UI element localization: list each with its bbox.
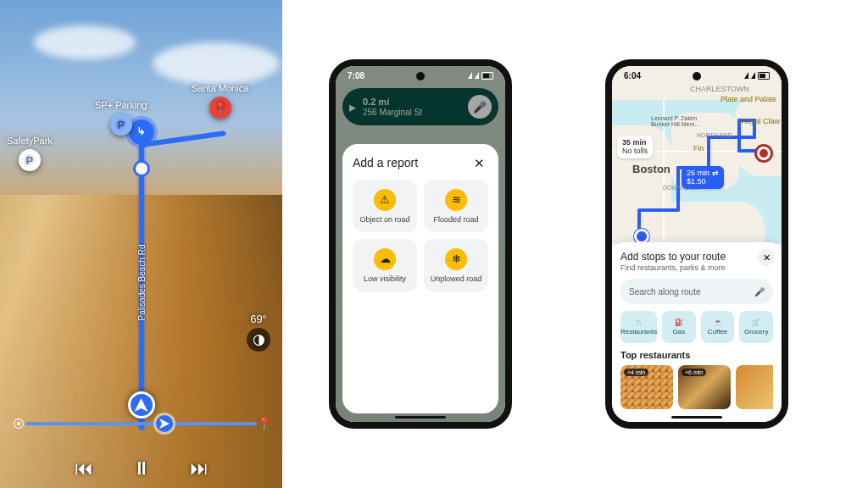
prev-button[interactable]: ⏮ bbox=[75, 458, 93, 480]
sheet-title: Add stops to your route bbox=[620, 251, 773, 263]
gas-icon: ⛽ bbox=[675, 319, 683, 326]
status-time: 6:04 bbox=[624, 71, 641, 80]
cloud bbox=[153, 42, 280, 85]
report-label: Low visibility bbox=[364, 274, 406, 283]
category-gas[interactable]: ⛽Gas bbox=[662, 311, 696, 343]
alt-route-time: 26 min bbox=[687, 169, 709, 177]
category-label: Coffee bbox=[708, 328, 727, 336]
phone-add-stops: 6:04 CHARLESTOWN Plate and Palate Leo bbox=[605, 59, 788, 429]
status-time: 7:08 bbox=[348, 71, 364, 80]
close-button[interactable]: ✕ bbox=[758, 249, 775, 266]
map-label-fin[interactable]: Fin bbox=[693, 144, 704, 152]
fog-icon: ☁ bbox=[374, 248, 396, 270]
restaurant-card[interactable]: +4 min bbox=[620, 365, 673, 409]
alt-route-chip[interactable]: 26 min ⇄ $1.50 bbox=[682, 166, 724, 189]
report-low-visibility[interactable]: ☁ Low visibility bbox=[353, 239, 417, 291]
home-indicator bbox=[671, 416, 722, 419]
timeline-bar[interactable] bbox=[25, 422, 257, 425]
report-flooded-road[interactable]: ≋ Flooded road bbox=[424, 180, 488, 232]
pin-label: SP+ Parking bbox=[95, 100, 147, 110]
restaurant-card[interactable] bbox=[736, 365, 773, 409]
map-label-charlestown: CHARLESTOWN bbox=[690, 85, 749, 93]
street-label: Palisades Beach Rd bbox=[136, 245, 146, 321]
status-icons bbox=[468, 72, 493, 80]
destination-marker[interactable] bbox=[754, 144, 773, 163]
pin-safety-park[interactable]: SafetyPark P bbox=[7, 136, 53, 171]
route-timeline[interactable]: ⦿ 📍 bbox=[12, 413, 270, 434]
phone-add-report: 7:08 ▸ 0.2 mi 256 Marginal St 🎤 Add a re… bbox=[329, 59, 512, 429]
weather-widget[interactable]: 69° ◑ bbox=[247, 313, 270, 352]
route-time-chip[interactable]: 35 min No tolls bbox=[617, 136, 653, 158]
alt-route-cost: $1.50 bbox=[687, 177, 706, 186]
search-placeholder: Search along route bbox=[629, 287, 701, 297]
restaurant-carousel[interactable]: +4 min +6 min bbox=[620, 365, 773, 409]
pin-santa-monica[interactable]: Santa Monica 📍 bbox=[192, 83, 248, 119]
sheet-subtitle: Find restaurants, parks & more bbox=[620, 263, 773, 272]
mic-icon[interactable]: 🎤 bbox=[754, 287, 765, 297]
category-restaurants[interactable]: 🍴Restaurants bbox=[620, 311, 657, 343]
time-of-day-icon: ◑ bbox=[247, 328, 270, 352]
camera-punch-hole bbox=[693, 72, 701, 80]
detour-badge: +6 min bbox=[682, 369, 706, 376]
next-button[interactable]: ⏭ bbox=[190, 458, 209, 480]
snow-icon: ❄ bbox=[445, 248, 467, 270]
route-tolls: No tolls bbox=[622, 147, 648, 155]
map[interactable]: CHARLESTOWN Plate and Palate Leonard P. … bbox=[612, 66, 782, 244]
search-along-route[interactable]: Search along route 🎤 bbox=[620, 279, 773, 304]
cloud bbox=[34, 25, 136, 59]
restaurant-card[interactable]: +6 min bbox=[678, 365, 731, 409]
close-button[interactable]: ✕ bbox=[468, 152, 490, 175]
pin-sp-parking[interactable]: SP+ Parking P bbox=[95, 100, 147, 136]
pin-label: Santa Monica bbox=[192, 83, 248, 93]
map-label-bunker-hill[interactable]: Leonard P. Zakim Bunker Hill Mem… bbox=[651, 115, 700, 127]
timeline-end-icon: 📍 bbox=[257, 417, 270, 430]
flood-icon: ≋ bbox=[445, 189, 467, 211]
home-indicator bbox=[395, 416, 446, 419]
report-label: Unplowed road bbox=[431, 274, 482, 283]
report-sheet: Add a report ✕ ⚠ Object on road ≋ Floode… bbox=[342, 144, 498, 413]
category-coffee[interactable]: ☕Coffee bbox=[701, 311, 735, 343]
map-label-boston: Boston bbox=[632, 163, 670, 175]
section-title: Top restaurants bbox=[620, 350, 773, 360]
restaurant-icon: 🍴 bbox=[635, 319, 643, 326]
map-label-plate-palate[interactable]: Plate and Palate bbox=[721, 95, 776, 103]
location-pin-icon: 📍 bbox=[209, 97, 231, 119]
report-unplowed-road[interactable]: ❄ Unplowed road bbox=[424, 239, 488, 291]
immersive-nav-panel: Santa Monica 📍 SP+ Parking P SafetyPark … bbox=[0, 0, 282, 488]
detour-badge: +4 min bbox=[624, 369, 648, 376]
pause-button[interactable]: ⏸ bbox=[132, 458, 151, 480]
coffee-icon: ☕ bbox=[714, 319, 722, 326]
category-label: Gas bbox=[673, 328, 686, 336]
category-label: Grocery bbox=[744, 328, 768, 336]
timeline-start-icon: ⦿ bbox=[12, 417, 25, 430]
map-label-royal-claw[interactable]: Royal Claw bbox=[741, 117, 780, 125]
category-grocery[interactable]: 🛒Grocery bbox=[739, 311, 773, 343]
report-label: Flooded road bbox=[433, 215, 478, 224]
route-node bbox=[133, 160, 150, 177]
playback-controls: ⏮ ⏸ ⏭ bbox=[0, 458, 282, 480]
grocery-icon: 🛒 bbox=[752, 319, 760, 326]
map-label-north-end: NORTH END bbox=[697, 132, 732, 138]
camera-punch-hole bbox=[416, 72, 425, 80]
route-time: 35 min bbox=[622, 138, 647, 147]
parking-icon: P bbox=[19, 149, 41, 171]
temperature-value: 69° bbox=[250, 313, 267, 325]
report-label: Object on road bbox=[359, 215, 409, 224]
category-label: Restaurants bbox=[620, 328, 657, 336]
parking-icon: P bbox=[110, 114, 132, 136]
pin-label: SafetyPark bbox=[7, 136, 53, 146]
hazard-icon: ⚠ bbox=[374, 189, 396, 211]
timeline-handle[interactable] bbox=[156, 415, 173, 432]
status-icons bbox=[744, 72, 770, 80]
report-object-on-road[interactable]: ⚠ Object on road bbox=[353, 180, 417, 232]
add-stops-sheet: ✕ Add stops to your route Find restauran… bbox=[612, 242, 782, 422]
